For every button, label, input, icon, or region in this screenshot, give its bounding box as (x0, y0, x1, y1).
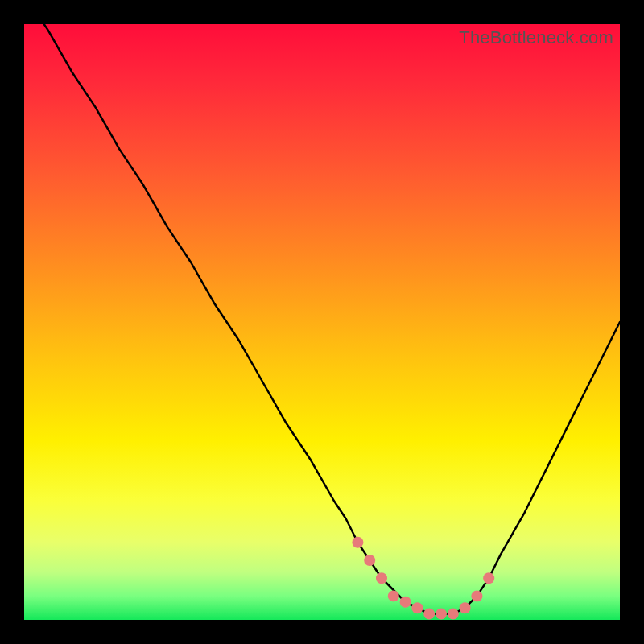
highlight-dot (448, 609, 459, 620)
highlight-dot (352, 537, 363, 548)
highlight-dots (352, 537, 494, 620)
highlight-dot (411, 602, 423, 613)
highlight-dot (436, 609, 447, 620)
highlight-dot (400, 597, 411, 608)
highlight-dot (483, 572, 494, 584)
highlight-dot (388, 590, 399, 601)
highlight-dot (423, 609, 435, 620)
bottleneck-curve (24, 24, 620, 614)
chart-container: TheBottleneck.com (0, 0, 644, 644)
highlight-dot (460, 602, 471, 613)
highlight-dot (376, 572, 387, 584)
chart-svg (24, 24, 620, 620)
highlight-dot (364, 555, 375, 566)
plot-area: TheBottleneck.com (24, 24, 620, 620)
highlight-dot (471, 590, 482, 601)
